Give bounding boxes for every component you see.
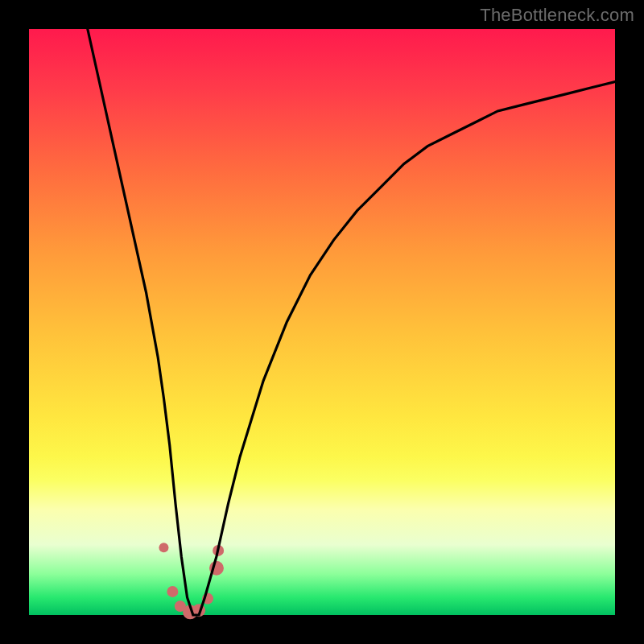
watermark-text: TheBottleneck.com [480, 5, 634, 26]
marker-dot [159, 543, 168, 552]
marker-dot [167, 586, 178, 597]
curve-svg [29, 29, 615, 615]
plot-area [29, 29, 615, 615]
bottleneck-curve [88, 29, 615, 615]
chart-frame: TheBottleneck.com [0, 0, 644, 644]
